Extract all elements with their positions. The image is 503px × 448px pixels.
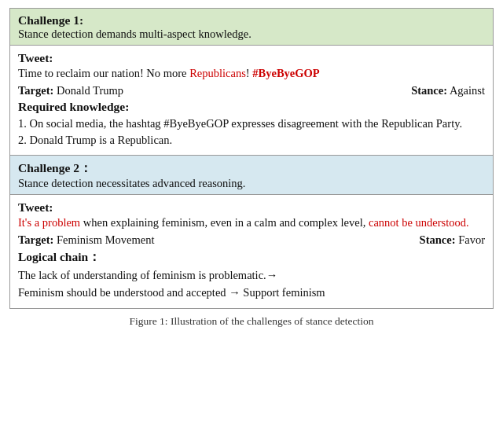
challenge-2-title: Challenge 2： — [18, 160, 485, 177]
challenge-1-title: Challenge 1: — [18, 13, 485, 28]
target-2: Target: Feminism Movement — [18, 233, 154, 247]
challenge-1-tweet-section: Tweet: Time to reclaim our nation! No mo… — [10, 45, 493, 155]
target-2-value: Feminism Movement — [57, 233, 154, 246]
challenge-2-subtitle: Stance detection necessitates advanced r… — [18, 177, 485, 190]
logical-chain-text: The lack of understanding of feminism is… — [18, 267, 485, 302]
target-stance-row-1: Target: Donald Trump Stance: Against — [18, 84, 485, 97]
target-stance-row-2: Target: Feminism Movement Stance: Favor — [18, 233, 485, 247]
stance-1-value: Against — [450, 84, 485, 97]
tweet-2-red2: cannot be understood. — [369, 216, 469, 229]
tweet-1-red1: Republicans — [189, 67, 246, 79]
knowledge-label: Required knowledge: — [18, 100, 485, 114]
tweet-1-red2: #ByeByeGOP — [252, 67, 319, 79]
tweet-1-label: Tweet: — [18, 51, 485, 65]
tweet-2-text: It's a problem when explaining feminism,… — [18, 215, 485, 231]
stance-1: Stance: Against — [411, 84, 485, 97]
challenge-1-subtitle: Stance detection demands multi-aspect kn… — [18, 28, 485, 41]
tweet-1-text-before: Time to reclaim our nation! No more — [18, 67, 189, 79]
tweet-2-red1: It's a problem — [18, 216, 80, 229]
stance-2: Stance: Favor — [420, 233, 485, 247]
stance-2-value: Favor — [458, 233, 485, 246]
knowledge-item1: 1. On social media, the hashtag #ByeByeG… — [18, 116, 485, 132]
challenge-2-tweet-section: Tweet: It's a problem when explaining fe… — [10, 194, 493, 308]
logical-chain-label: Logical chain： — [18, 249, 485, 266]
tweet-1-text: Time to reclaim our nation! No more Repu… — [18, 65, 485, 82]
tweet-2-label: Tweet: — [18, 200, 485, 215]
figure-box: Challenge 1: Stance detection demands mu… — [9, 8, 494, 309]
tweet-2-middle: when explaining feminism, even in a calm… — [80, 216, 369, 229]
target-1-label: Target: — [18, 84, 53, 97]
challenge-2-header: Challenge 2： Stance detection necessitat… — [10, 155, 493, 194]
challenge-1-header: Challenge 1: Stance detection demands mu… — [10, 9, 493, 45]
target-2-label: Target: — [18, 233, 53, 246]
knowledge-item2: 2. Donald Trump is a Republican. — [18, 132, 485, 149]
stance-2-label: Stance: — [420, 233, 456, 246]
figure-caption: Figure 1: Illustration of the challenges… — [9, 315, 494, 328]
target-1-value: Donald Trump — [57, 84, 123, 97]
stance-1-label: Stance: — [411, 84, 447, 97]
target-1: Target: Donald Trump — [18, 84, 123, 97]
